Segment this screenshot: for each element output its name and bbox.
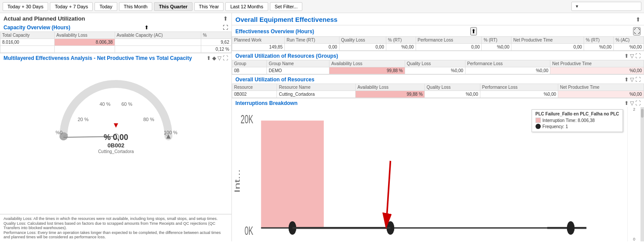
res-groups-expand-icon[interactable]: ⛶ (635, 53, 640, 59)
footnotes: Availability Loss: All the times in whic… (0, 214, 231, 241)
resources-groups-table: Group Group Name Availability Loss Quali… (232, 60, 644, 74)
val-total-capacity: 8.016,00 (0, 39, 55, 46)
res-share-icon[interactable]: ⬆ (624, 77, 629, 83)
val-net-prod-g: %0,00 (550, 67, 644, 74)
left-share-icon[interactable]: ⬆ (223, 15, 228, 22)
svg-text:80 %: 80 % (143, 117, 154, 122)
val-avail-loss-r: 99,88 % (355, 91, 424, 98)
analysis-expand-icon[interactable]: ⛶ (223, 55, 228, 61)
col-quality-loss-r: Quality Loss (425, 84, 480, 91)
res-filter-icon[interactable]: ▽ (630, 77, 634, 83)
int-chart: 20K 0K Int... (232, 107, 627, 241)
analysis-title: Multilayered Effectiveness Analysis - Ne… (0, 53, 231, 62)
btn-last-12[interactable]: Last 12 Months (225, 2, 268, 11)
btn-today-30[interactable]: Today + 30 Days (3, 2, 48, 11)
col-net-prod-g: Net Productive Time (550, 60, 644, 67)
col-group-name: Group Name (267, 60, 329, 67)
tooltip-swatch-2 (536, 124, 541, 129)
svg-text:40 %: 40 % (99, 101, 110, 107)
val-run-time: 0,00 (284, 44, 339, 51)
col-net-prod: Net Productive Time (511, 37, 584, 44)
col-perf-loss: Performance Loss (416, 37, 482, 44)
tooltip-swatch-1 (536, 118, 541, 123)
top-bar: Today + 30 Days Today + 7 Days Today Thi… (0, 0, 644, 13)
resources-table: Resource Resource Name Availability Loss… (232, 84, 644, 98)
eff-expand-icon[interactable]: ⛶ (633, 27, 640, 35)
val-avail-loss-g: 99,88 % (329, 67, 405, 74)
oe-share-icon[interactable]: ⬆ (636, 16, 640, 23)
int-title: Interruptions Breakdown ⬆ ▽ ⛶ (232, 98, 644, 107)
val-perf-loss-r: %0,00 (480, 91, 558, 98)
scrollbar[interactable] (640, 107, 644, 241)
analysis-filter-icon[interactable]: ▽ (217, 55, 221, 61)
effectiveness-section: Effectiveness Overview (Hours) ⬆ ⛶ Plann… (232, 25, 644, 51)
btn-this-quarter[interactable]: This Quarter (154, 2, 192, 11)
col-pct-rt2: % (RT) (482, 37, 511, 44)
analysis-section: Multilayered Effectiveness Analysis - Ne… (0, 53, 231, 214)
val-avail-loss: 8.006,38 (54, 39, 115, 46)
int-share-icon[interactable]: ⬆ (624, 100, 629, 106)
btn-set-filter[interactable]: Set Filter... (270, 2, 303, 11)
top-dropdown[interactable]: ▾ (571, 2, 641, 11)
eff-row: 149,85 0,00 0,00 %0,00 0,00 %0,00 0,00 %… (232, 44, 644, 51)
res-groups-filter-icon[interactable]: ▽ (630, 53, 634, 59)
capacity-share-icon[interactable]: ⬆ (144, 24, 149, 31)
col-perf-loss-r: Performance Loss (480, 84, 558, 91)
scrollbar-thumb[interactable] (641, 109, 644, 118)
main-content: Actual and Planned Utilization ⬆ Capacit… (0, 13, 644, 241)
footnote-2: Quality Loss: Calculated lost times base… (4, 221, 228, 230)
btn-today-7[interactable]: Today + 7 Days (50, 2, 93, 11)
int-filter-icon[interactable]: ▽ (630, 100, 634, 106)
interruptions-section: Interruptions Breakdown ⬆ ▽ ⛶ 20K 0K Int… (232, 98, 644, 241)
svg-marker-11 (114, 123, 118, 128)
btn-this-year[interactable]: This Year (194, 2, 224, 11)
svg-line-20 (386, 161, 390, 221)
res-title: Overall Utilization of Resources ⬆ ▽ ⛶ (232, 75, 644, 84)
val-pct-rt1: %0,00 (386, 44, 416, 51)
res-groups-share-icon[interactable]: ⬆ (624, 53, 629, 59)
svg-text:Cutting_Cortadora: Cutting_Cortadora (98, 149, 134, 154)
col-pct-rt3: % (RT) (584, 37, 614, 44)
col-total-capacity: Total Capacity (0, 32, 55, 39)
val-quality-loss: 0,00 (339, 44, 386, 51)
right-panel: Overall Equipment Effectiveness ⬆ Effect… (232, 13, 644, 241)
val-resource: 0B002 (232, 91, 277, 98)
gauge-container: 20 % 40 % 60 % 80 % 100 % %0 % 0,00 0B00… (0, 62, 231, 158)
col-avail-loss-g: Availability Loss (329, 60, 405, 67)
svg-text:60 %: 60 % (121, 101, 132, 107)
capacity-title: Capacity Overview (Hours) ⬆ ⛶ (0, 23, 231, 31)
capacity-table: Total Capacity Availability Loss Availab… (0, 31, 231, 53)
analysis-share-icon[interactable]: ⬆ (206, 55, 211, 61)
capacity-expand-icon[interactable]: ⛶ (223, 24, 228, 31)
left-title: Actual and Planned Utilization (4, 15, 85, 22)
svg-text:100 %: 100 % (164, 130, 177, 135)
bar-interruptions (261, 121, 324, 228)
col-net-prod-r: Net Productive Time (558, 84, 644, 91)
svg-text:20K: 20K (241, 112, 253, 126)
val-quality-loss-r: %0,00 (425, 91, 480, 98)
col-pct-ac: % (AC) (613, 37, 644, 44)
capacity-row-2: 0,12 % (0, 46, 231, 53)
analysis-theme-icon[interactable]: ◆ (212, 55, 216, 61)
eff-share-icon[interactable]: ⬆ (470, 27, 477, 35)
oe-header: Overall Equipment Effectiveness ⬆ (232, 13, 644, 25)
val-pct-ac: %0,00 (613, 44, 644, 51)
int-expand-icon[interactable]: ⛶ (635, 100, 640, 106)
res-expand-icon[interactable]: ⛶ (635, 77, 640, 83)
left-header: Actual and Planned Utilization ⬆ (0, 13, 231, 23)
val-quality-loss-g: %0,00 (405, 67, 465, 74)
res-groups-title: Overall Utilization of Resources (Groups… (232, 51, 644, 60)
val-pct-rt2: %0,00 (482, 44, 511, 51)
col-pct-rt1: % (RT) (386, 37, 416, 44)
col-resource: Resource (232, 84, 277, 91)
val-pct-rt3: %0,00 (584, 44, 614, 51)
btn-today[interactable]: Today (94, 2, 117, 11)
res-row: 0B002 Cutting_Cortadora 99,88 % %0,00 %0… (232, 91, 644, 98)
tooltip: PLC Failure_Fallo en PLC_Falha no PLC In… (532, 109, 623, 132)
gauge-svg: 20 % 40 % 60 % 80 % 100 % %0 % 0,00 0B00… (46, 66, 186, 154)
btn-this-month[interactable]: This Month (119, 2, 152, 11)
col-quality-loss: Quality Loss (339, 37, 386, 44)
val-planned-work: 149,85 (232, 44, 285, 51)
col-quality-loss-g: Quality Loss (405, 60, 465, 67)
col-planned-work: Planned Work (232, 37, 285, 44)
